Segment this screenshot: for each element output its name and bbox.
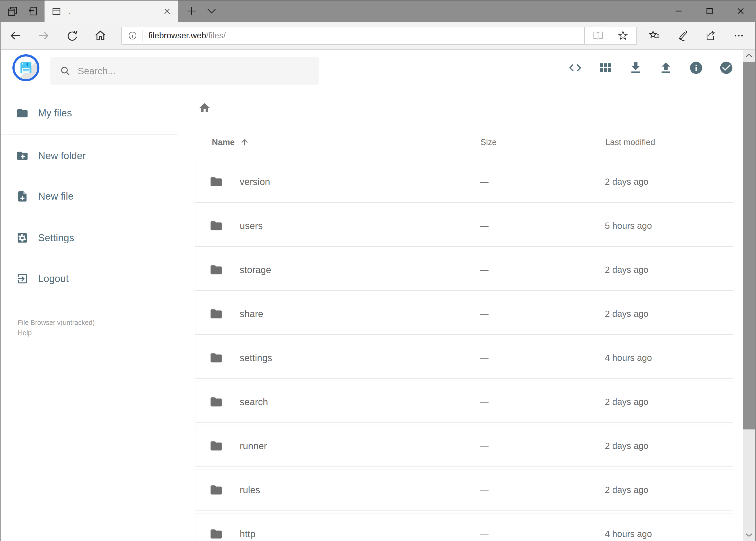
share-icon[interactable] [700, 25, 721, 46]
tabs-set-aside-list-icon[interactable] [7, 6, 18, 16]
folder-icon [209, 351, 223, 365]
floppy-disk-icon [19, 61, 33, 75]
favorite-star-icon[interactable] [618, 30, 629, 41]
search-placeholder: Search... [78, 66, 116, 76]
web-note-pen-icon[interactable] [672, 25, 693, 46]
sidebar-item-new-file[interactable]: New file [1, 189, 191, 204]
favorites-hub-icon[interactable] [644, 25, 665, 46]
filebrowser-logo[interactable] [12, 54, 39, 81]
file-row[interactable]: storage — 2 days ago [195, 249, 733, 291]
folder-icon [209, 395, 223, 409]
scroll-down-icon[interactable] [743, 529, 755, 541]
url-text[interactable]: filebrowser.web/files/ [148, 31, 584, 41]
file-size: — [480, 397, 605, 407]
home-button[interactable] [90, 22, 111, 49]
file-modified: 2 days ago [605, 177, 733, 187]
file-modified: 2 days ago [605, 441, 733, 451]
sort-by-name[interactable]: Name [212, 138, 480, 147]
sort-by-modified[interactable]: Last modified [606, 138, 733, 147]
new-tab-button[interactable] [183, 0, 200, 22]
new-folder-icon [16, 150, 29, 162]
sort-ascending-icon [240, 138, 249, 147]
sidebar-footer: File Browser v(untracked) Help [18, 317, 95, 338]
search-icon [60, 66, 71, 76]
file-modified: 2 days ago [605, 309, 733, 319]
file-name: search [240, 396, 268, 407]
breadcrumb-divider [195, 124, 742, 124]
set-tabs-aside-icon[interactable] [27, 6, 38, 16]
info-icon[interactable] [689, 61, 703, 75]
file-listing: Name Size Last modified version — 2 days… [195, 86, 742, 541]
file-row[interactable]: http — 4 hours ago [195, 513, 733, 541]
sidebar-item-settings[interactable]: Settings [1, 231, 191, 245]
file-row[interactable]: search — 2 days ago [195, 381, 733, 423]
download-icon[interactable] [629, 61, 643, 75]
sidebar-item-label: My files [38, 108, 72, 119]
browser-toolbar: filebrowser.web/files/ [0, 22, 756, 50]
file-name: users [240, 221, 263, 231]
folder-icon [16, 107, 29, 119]
file-name: runner [240, 440, 267, 451]
file-size: — [480, 441, 605, 451]
scrollbar-thumb[interactable] [743, 62, 755, 429]
file-name: version [240, 176, 270, 187]
browser-scrollbar[interactable] [743, 50, 755, 541]
file-row[interactable]: users — 5 hours ago [195, 205, 733, 247]
sidebar-item-label: Settings [38, 232, 74, 244]
filebrowser-app: Search... [1, 50, 755, 541]
forward-button[interactable] [33, 22, 55, 49]
browser-tab[interactable]: . [45, 1, 178, 22]
upload-icon[interactable] [658, 61, 673, 75]
minimize-button[interactable] [663, 0, 694, 22]
refresh-button[interactable] [61, 22, 83, 49]
more-options-icon[interactable] [728, 25, 749, 46]
logout-icon [16, 272, 29, 285]
breadcrumb-home-icon[interactable] [198, 102, 211, 114]
maximize-button[interactable] [694, 0, 725, 22]
file-row[interactable]: rules — 2 days ago [195, 469, 733, 511]
search-input[interactable]: Search... [50, 57, 319, 85]
close-window-button[interactable] [725, 0, 756, 22]
version-text: File Browser v(untracked) [18, 317, 95, 327]
sidebar-item-label: New folder [38, 150, 86, 162]
file-modified: 2 days ago [605, 397, 733, 407]
listing-header: Name Size Last modified [195, 135, 733, 149]
file-size: — [480, 221, 605, 231]
help-link[interactable]: Help [18, 327, 95, 338]
tab-title: . [69, 7, 163, 16]
address-separator [142, 30, 143, 42]
file-modified: 4 hours ago [605, 353, 733, 363]
browser-titlebar: . [0, 0, 756, 22]
file-row[interactable]: version — 2 days ago [195, 161, 733, 203]
scroll-up-icon[interactable] [743, 50, 755, 62]
select-check-icon[interactable] [719, 61, 734, 75]
sidebar-item-logout[interactable]: Logout [1, 272, 191, 286]
window-top-edge [0, 0, 756, 1]
sidebar-item-label: Logout [38, 273, 69, 284]
file-modified: 5 hours ago [605, 221, 733, 231]
file-row[interactable]: runner — 2 days ago [195, 425, 733, 467]
back-button[interactable] [5, 22, 26, 49]
folder-icon [209, 483, 223, 497]
file-row[interactable]: share — 2 days ago [195, 293, 733, 335]
sort-by-size[interactable]: Size [480, 138, 606, 147]
url-path: /files/ [206, 31, 226, 40]
settings-gear-icon [16, 232, 29, 244]
tab-preview-chevron-icon[interactable] [203, 0, 220, 22]
folder-icon [209, 307, 223, 320]
folder-icon [209, 527, 223, 541]
site-info-icon[interactable] [128, 31, 137, 40]
address-bar[interactable]: filebrowser.web/files/ [122, 27, 637, 45]
tab-favicon-icon [52, 6, 61, 16]
sidebar-item-new-folder[interactable]: New folder [1, 149, 191, 163]
file-row[interactable]: settings — 4 hours ago [195, 337, 733, 379]
reading-view-icon[interactable] [593, 31, 604, 40]
grid-view-icon[interactable] [598, 61, 613, 75]
column-name-label: Name [212, 138, 235, 147]
tab-close-icon[interactable] [163, 7, 171, 15]
shell-code-icon[interactable] [568, 61, 583, 75]
folder-icon [209, 263, 223, 276]
file-modified: 4 hours ago [605, 529, 733, 539]
sidebar-item-my-files[interactable]: My files [1, 106, 191, 120]
file-modified: 2 days ago [605, 265, 733, 275]
